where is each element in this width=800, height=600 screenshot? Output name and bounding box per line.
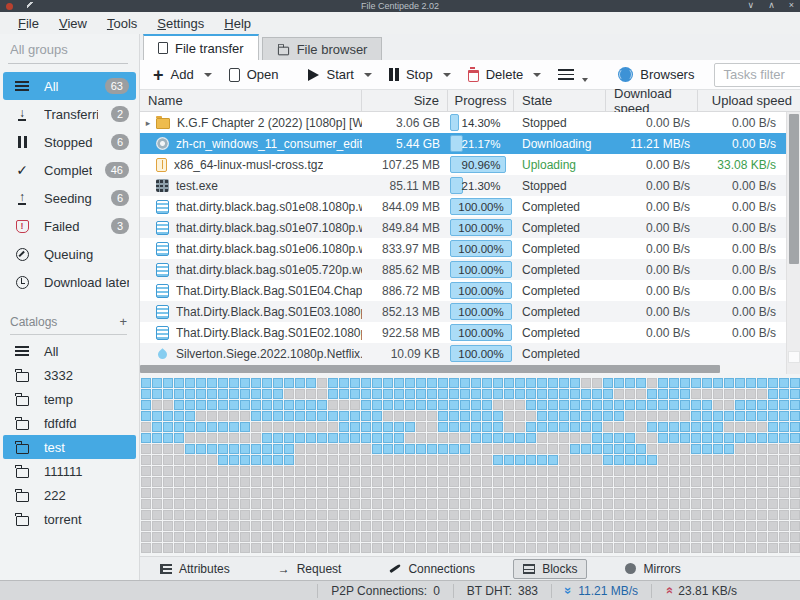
- block-cell: [350, 499, 360, 509]
- scrollbar-corner: [788, 351, 800, 363]
- vertical-scrollbar[interactable]: [786, 112, 800, 374]
- browsers-button[interactable]: Browsers: [611, 63, 701, 86]
- tasks-filter-input[interactable]: [715, 67, 800, 82]
- horizontal-scrollbar[interactable]: [140, 364, 786, 374]
- stop-button[interactable]: Stop: [382, 63, 458, 86]
- block-cell: [405, 433, 415, 443]
- pause-icon: [18, 136, 27, 148]
- bottom-tab-connections[interactable]: Connections: [379, 559, 485, 579]
- table-row[interactable]: that.dirty.black.bag.s01e06.1080p.web.h2…: [140, 238, 786, 259]
- block-cell: [240, 532, 250, 542]
- column-header-name[interactable]: Name: [140, 90, 362, 111]
- catalog-item-fdfdfd[interactable]: fdfdfd: [0, 411, 139, 435]
- open-button[interactable]: Open: [222, 63, 286, 86]
- add-button[interactable]: + Add: [146, 63, 219, 86]
- menu-file[interactable]: File: [8, 14, 49, 33]
- column-header-download-speed[interactable]: Download speed: [606, 90, 698, 111]
- block-cell: [746, 488, 756, 498]
- folder-icon: [16, 468, 29, 478]
- sidebar-item-failed[interactable]: !Failed3: [0, 212, 139, 240]
- block-cell: [702, 543, 712, 553]
- expander-icon[interactable]: ▸: [140, 118, 156, 128]
- block-cell: [603, 532, 613, 542]
- catalog-item-all[interactable]: All: [0, 339, 139, 363]
- sidebar: All63↓Transferring2Stopped6✓Completed46↑…: [0, 34, 140, 580]
- download-speed-cell: 0.00 B/s: [606, 221, 698, 235]
- block-cell: [735, 378, 745, 388]
- block-cell: [438, 521, 448, 531]
- block-cell: [603, 455, 613, 465]
- sidebar-item-completed[interactable]: ✓Completed46: [0, 156, 139, 184]
- table-row[interactable]: that.dirty.black.bag.s01e05.720p.web.h26…: [140, 259, 786, 280]
- minimize-icon[interactable]: ∨: [748, 0, 755, 12]
- block-cell: [185, 477, 195, 487]
- menu-tools[interactable]: Tools: [97, 14, 147, 33]
- progress-label: 90.96%: [448, 156, 514, 173]
- catalog-item-test[interactable]: test: [3, 435, 136, 459]
- catalog-item-222[interactable]: 222: [0, 483, 139, 507]
- delete-button[interactable]: Delete: [461, 63, 549, 86]
- table-row[interactable]: That.Dirty.Black.Bag.S01E04.Chapter.Four…: [140, 280, 786, 301]
- table-row[interactable]: ▸K.G.F Chapter 2 (2022) [1080p] [WEBRip]…: [140, 112, 786, 133]
- vertical-scrollbar-thumb[interactable]: [789, 114, 799, 264]
- groups-filter-input[interactable]: [8, 38, 128, 64]
- table-row[interactable]: that.dirty.black.bag.s01e08.1080p.web.h2…: [140, 196, 786, 217]
- sidebar-item-transferring[interactable]: ↓Transferring2: [0, 100, 139, 128]
- catalog-item-torrent[interactable]: torrent: [0, 507, 139, 531]
- menu-settings[interactable]: Settings: [147, 14, 214, 33]
- column-header-upload-speed[interactable]: Upload speed: [698, 90, 800, 111]
- menu-view[interactable]: View: [49, 14, 97, 33]
- block-cell: [361, 466, 371, 476]
- block-cell: [372, 422, 382, 432]
- catalogs-list: All3332tempfdfdfdtest111111222torrent: [0, 339, 139, 531]
- horizontal-scrollbar-thumb[interactable]: [140, 365, 720, 373]
- bottom-tab-mirrors[interactable]: Mirrors: [615, 559, 690, 579]
- sidebar-item-stopped[interactable]: Stopped6: [0, 128, 139, 156]
- block-cell: [471, 400, 481, 410]
- table-row[interactable]: zh-cn_windows_11_consumer_editions_upd⋯5…: [140, 133, 786, 154]
- block-cell: [636, 444, 646, 454]
- block-cell: [394, 433, 404, 443]
- block-cell: [713, 510, 723, 520]
- block-cell: [526, 411, 536, 421]
- bottom-tab-attributes[interactable]: Attributes: [150, 559, 240, 579]
- block-cell: [592, 477, 602, 487]
- start-button[interactable]: Start: [301, 63, 378, 86]
- block-cell: [669, 400, 679, 410]
- block-cell: [669, 455, 679, 465]
- sidebar-item-all[interactable]: All63: [3, 72, 136, 100]
- tab-file-transfer[interactable]: File transfer: [143, 34, 259, 60]
- block-cell: [251, 444, 261, 454]
- table-row[interactable]: x86_64-linux-musl-cross.tgz107.25 MB90.9…: [140, 154, 786, 175]
- progress-cell: 100.00%: [448, 345, 514, 362]
- table-row[interactable]: test.exe85.11 MB21.30%Stopped0.00 B/s0.0…: [140, 175, 786, 196]
- block-cell: [548, 422, 558, 432]
- add-catalog-button[interactable]: +: [119, 314, 127, 329]
- tab-file-browser[interactable]: File browser: [262, 37, 383, 60]
- more-menu-button[interactable]: [551, 64, 595, 86]
- sidebar-item-queuing[interactable]: Queuing: [0, 240, 139, 268]
- bottom-tab-request[interactable]: →Request: [268, 559, 352, 579]
- table-row[interactable]: Silverton.Siege.2022.1080p.Netflix.WEB-D…: [140, 343, 786, 364]
- block-cell: [438, 488, 448, 498]
- sidebar-item-seeding[interactable]: ↑Seeding6: [0, 184, 139, 212]
- block-cell: [746, 400, 756, 410]
- menu-help[interactable]: Help: [214, 14, 261, 33]
- column-header-state[interactable]: State: [514, 90, 606, 111]
- block-cell: [317, 389, 327, 399]
- catalog-item-3332[interactable]: 3332: [0, 363, 139, 387]
- maximize-icon[interactable]: ∧: [768, 0, 775, 12]
- block-cell: [746, 466, 756, 476]
- column-header-progress[interactable]: Progress: [448, 90, 514, 111]
- sidebar-item-download-later[interactable]: Download later: [0, 268, 139, 296]
- close-icon[interactable]: ×: [789, 0, 794, 12]
- block-cell: [592, 521, 602, 531]
- bottom-tab-blocks[interactable]: Blocks: [513, 559, 587, 579]
- table-row[interactable]: That.Dirty.Black.Bag.S01E02.1080p.WEB.h2…: [140, 322, 786, 343]
- block-cell: [460, 411, 470, 421]
- column-header-size[interactable]: Size: [362, 90, 448, 111]
- catalog-item-111111[interactable]: 111111: [0, 459, 139, 483]
- catalog-item-temp[interactable]: temp: [0, 387, 139, 411]
- table-row[interactable]: that.dirty.black.bag.s01e07.1080p.web.h2…: [140, 217, 786, 238]
- table-row[interactable]: That.Dirty.Black.Bag.S01E03.1080p.WEB.h2…: [140, 301, 786, 322]
